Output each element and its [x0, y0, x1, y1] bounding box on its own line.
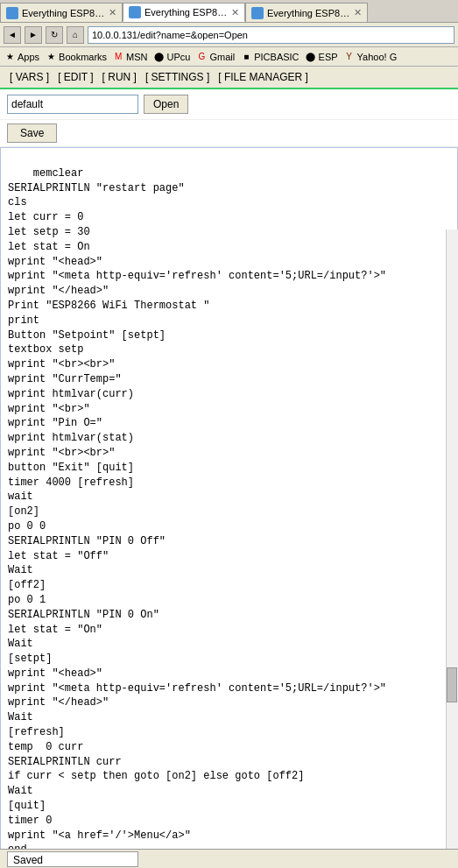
nav-file-manager[interactable]: [ FILE MANAGER ] — [214, 68, 313, 86]
tab-label-1: Everything ESP8266 - — [22, 8, 105, 18]
back-button[interactable]: ◄ — [4, 26, 21, 44]
refresh-icon: ↻ — [51, 30, 58, 39]
nav-settings[interactable]: [ SETTINGS ] — [141, 68, 214, 86]
bookmark-msn-label: MSN — [126, 52, 147, 62]
bookmark-esp-icon: ⬤ — [305, 51, 317, 63]
back-icon: ◄ — [8, 30, 17, 39]
bookmark-yahoo-label: Yahoo! G — [357, 52, 398, 62]
bookmark-esp[interactable]: ⬤ ESP — [305, 51, 338, 63]
bookmark-gmail[interactable]: G Gmail — [195, 51, 235, 63]
scrollbar-thumb[interactable] — [447, 667, 457, 702]
scrollbar-track[interactable] — [446, 229, 458, 868]
code-editor[interactable]: memclear SERIALPRINTLN "restart page" cl… — [0, 147, 458, 868]
browser-tab-2[interactable]: Everything ESP8266 - ✕ — [123, 3, 245, 22]
bookmarks-bar: ★ Apps ★ Bookmarks M MSN ⬤ UPcu G Gmail … — [0, 47, 458, 67]
bookmark-bookmarks-label: Bookmarks — [59, 52, 107, 62]
status-text: Saved — [7, 851, 138, 867]
bookmark-apps-icon: ★ — [4, 51, 16, 63]
bookmark-bookmarks[interactable]: ★ Bookmarks — [45, 51, 107, 63]
browser-tab-1[interactable]: Everything ESP8266 - ✕ — [0, 3, 123, 22]
open-button[interactable]: Open — [144, 95, 188, 114]
bookmark-bookmarks-icon: ★ — [45, 51, 57, 63]
home-icon: ⌂ — [73, 30, 78, 39]
tab-close-3[interactable]: ✕ — [354, 7, 362, 18]
file-row: Open — [0, 89, 458, 120]
bookmark-picbasic[interactable]: ■ PICBASIC — [240, 51, 299, 63]
bookmark-apps-label: Apps — [18, 52, 39, 62]
bookmark-yahoo[interactable]: Y Yahoo! G — [343, 51, 398, 63]
bookmark-picbasic-label: PICBASIC — [254, 52, 299, 62]
browser-tab-3[interactable]: Everything ESP8266 - ✕ — [245, 3, 368, 22]
address-bar[interactable] — [88, 26, 454, 44]
tab-label-2: Everything ESP8266 - — [144, 7, 228, 18]
tab-favicon-1 — [6, 7, 18, 19]
nav-edit[interactable]: [ EDIT ] — [53, 68, 97, 86]
bookmark-upcu[interactable]: ⬤ UPcu — [153, 51, 191, 63]
bookmark-apps[interactable]: ★ Apps — [4, 51, 39, 63]
bookmark-picbasic-icon: ■ — [240, 51, 252, 63]
nav-menu: [ VARS ] [ EDIT ] [ RUN ] [ SETTINGS ] [… — [0, 67, 458, 89]
bookmark-upcu-label: UPcu — [167, 52, 191, 62]
tab-favicon-2 — [129, 6, 141, 18]
file-name-input[interactable] — [7, 95, 138, 114]
save-row: Save — [0, 120, 458, 147]
tab-label-3: Everything ESP8266 - — [267, 8, 350, 18]
bookmark-esp-label: ESP — [319, 52, 338, 62]
bookmark-msn[interactable]: M MSN — [112, 51, 147, 63]
tab-close-2[interactable]: ✕ — [231, 7, 239, 18]
status-bar: Saved — [0, 849, 458, 868]
nav-vars[interactable]: [ VARS ] — [5, 68, 53, 86]
tab-favicon-3 — [251, 7, 264, 19]
nav-run[interactable]: [ RUN ] — [98, 68, 141, 86]
save-button[interactable]: Save — [7, 123, 57, 143]
main-container: Open Save memclear SERIALPRINTLN "restar… — [0, 89, 458, 868]
bookmark-msn-icon: M — [112, 51, 124, 63]
bookmark-yahoo-icon: Y — [343, 51, 356, 63]
code-content: memclear SERIALPRINTLN "restart page" cl… — [8, 167, 386, 857]
bookmark-gmail-icon: G — [195, 51, 208, 63]
browser-nav: ◄ ► ↻ ⌂ — [0, 23, 458, 47]
home-button[interactable]: ⌂ — [67, 26, 84, 44]
tab-close-1[interactable]: ✕ — [109, 7, 116, 18]
bookmark-upcu-icon: ⬤ — [153, 51, 166, 63]
bookmark-gmail-label: Gmail — [209, 52, 235, 62]
browser-tabs: Everything ESP8266 - ✕ Everything ESP826… — [0, 0, 458, 23]
forward-icon: ► — [29, 30, 38, 39]
forward-button[interactable]: ► — [25, 26, 42, 44]
refresh-button[interactable]: ↻ — [46, 26, 63, 44]
